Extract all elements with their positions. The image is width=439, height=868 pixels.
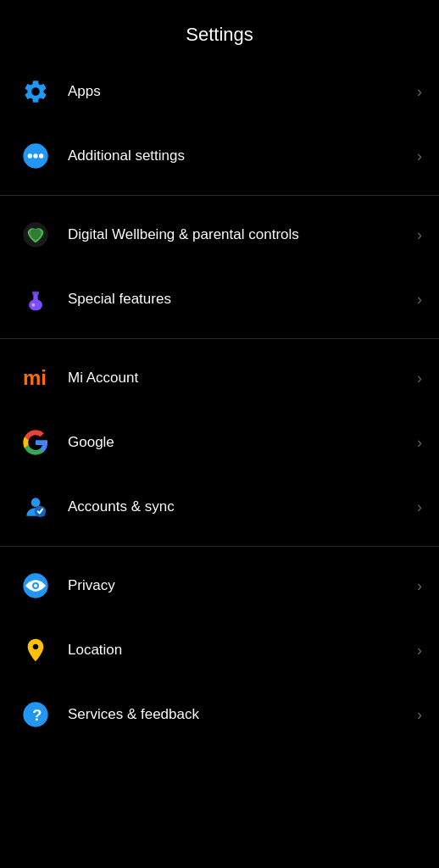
- privacy-icon: [17, 567, 54, 604]
- settings-item-digital-wellbeing[interactable]: Digital Wellbeing & parental controls›: [0, 203, 439, 267]
- special-features-icon: [17, 281, 54, 318]
- page-title: Settings: [0, 0, 439, 59]
- accounts-sync-chevron: ›: [417, 498, 422, 516]
- location-icon: [17, 632, 54, 669]
- svg-point-2: [33, 153, 37, 158]
- svg-rect-7: [32, 292, 39, 295]
- digital-wellbeing-chevron: ›: [417, 226, 422, 244]
- svg-point-3: [39, 153, 43, 158]
- mi-account-icon: mi: [17, 359, 54, 397]
- apps-label: Apps: [68, 82, 417, 101]
- google-icon: [17, 424, 54, 461]
- accounts-sync-label: Accounts & sync: [68, 498, 417, 516]
- services-feedback-label: Services & feedback: [68, 705, 417, 724]
- digital-wellbeing-label: Digital Wellbeing & parental controls: [68, 225, 417, 244]
- google-chevron: ›: [417, 434, 422, 452]
- svg-point-10: [31, 498, 41, 507]
- settings-list: Apps› Additional settings› Digital Wellb…: [0, 59, 439, 747]
- settings-item-mi-account[interactable]: mi Mi Account›: [0, 346, 439, 410]
- divider-5: [0, 338, 439, 339]
- settings-item-apps[interactable]: Apps›: [0, 59, 439, 124]
- mi-account-chevron: ›: [417, 370, 422, 387]
- apps-icon: [17, 73, 54, 110]
- special-features-label: Special features: [68, 290, 417, 309]
- location-chevron: ›: [417, 642, 422, 659]
- privacy-chevron: ›: [417, 577, 422, 595]
- google-label: Google: [68, 433, 417, 452]
- mi-account-label: Mi Account: [68, 369, 417, 387]
- special-features-chevron: ›: [417, 291, 422, 309]
- svg-rect-6: [33, 293, 37, 301]
- settings-item-additional-settings[interactable]: Additional settings›: [0, 124, 439, 188]
- digital-wellbeing-icon: [17, 216, 54, 253]
- divider-2: [0, 195, 439, 196]
- settings-item-google[interactable]: Google›: [0, 410, 439, 475]
- settings-item-special-features[interactable]: Special features›: [0, 267, 439, 331]
- accounts-sync-icon: [17, 488, 54, 526]
- settings-item-services-feedback[interactable]: ? Services & feedback›: [0, 682, 439, 747]
- svg-text:?: ?: [32, 706, 42, 724]
- svg-point-8: [31, 303, 35, 307]
- settings-item-accounts-sync[interactable]: Accounts & sync›: [0, 475, 439, 539]
- settings-item-location[interactable]: Location›: [0, 618, 439, 682]
- additional-settings-chevron: ›: [417, 147, 422, 165]
- svg-point-1: [28, 153, 32, 158]
- settings-item-privacy[interactable]: Privacy›: [0, 554, 439, 618]
- divider-9: [0, 546, 439, 547]
- services-feedback-icon: ?: [17, 696, 54, 733]
- services-feedback-chevron: ›: [417, 706, 422, 724]
- svg-point-14: [34, 584, 37, 587]
- location-label: Location: [68, 641, 417, 659]
- svg-text:mi: mi: [23, 366, 47, 389]
- apps-chevron: ›: [417, 83, 422, 101]
- additional-settings-label: Additional settings: [68, 147, 417, 165]
- privacy-label: Privacy: [68, 576, 417, 595]
- additional-settings-icon: [17, 137, 54, 175]
